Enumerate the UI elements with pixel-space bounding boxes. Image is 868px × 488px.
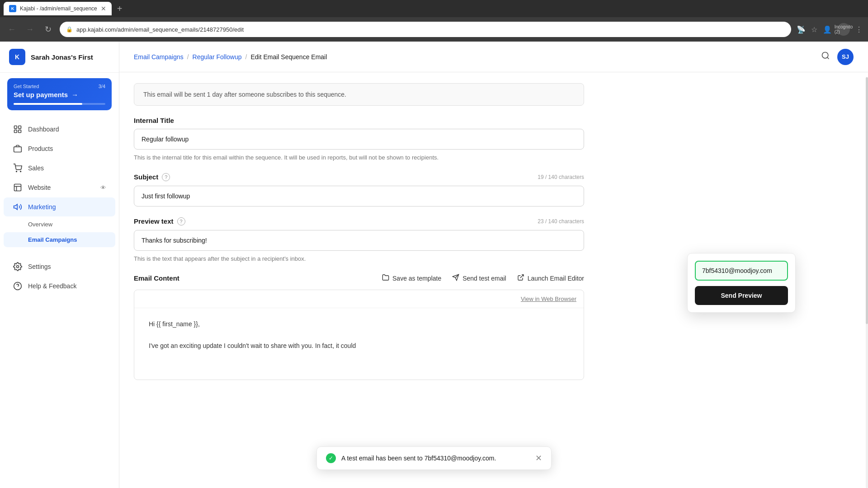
user-avatar[interactable]: SJ	[837, 49, 854, 65]
email-body-line2: I've got an exciting update I couldn't w…	[149, 341, 569, 352]
svg-line-18	[520, 275, 523, 278]
view-in-browser-link[interactable]: View in Web Browser	[521, 296, 576, 302]
toast-close-button[interactable]: ✕	[535, 453, 542, 463]
marketing-icon	[13, 202, 23, 212]
sidebar-item-dashboard[interactable]: Dashboard	[4, 120, 115, 139]
breadcrumb-sep-1: /	[187, 53, 189, 61]
sidebar-item-products[interactable]: Products	[4, 139, 115, 158]
forward-button[interactable]: →	[24, 25, 36, 34]
send-test-email-button[interactable]: Send test email	[452, 274, 506, 282]
svg-rect-4	[14, 147, 22, 152]
sidebar-item-products-label: Products	[28, 145, 53, 152]
browser-actions: 📡 ☆ 👤 Incognito (2) ⋮	[797, 23, 863, 36]
sidebar-item-marketing[interactable]: Marketing	[4, 197, 115, 216]
eye-icon: 👁	[100, 184, 106, 191]
lock-icon: 🔒	[66, 26, 73, 33]
internal-title-section: Internal Title This is the internal titl…	[134, 117, 584, 162]
preview-text-label: Preview text	[134, 217, 174, 225]
products-icon	[13, 144, 23, 154]
sidebar-item-sales[interactable]: Sales	[4, 159, 115, 178]
website-icon	[13, 183, 23, 192]
topbar: Email Campaigns / Regular Followup / Edi…	[119, 42, 868, 72]
menu-icon[interactable]: ⋮	[855, 25, 863, 34]
incognito-avatar[interactable]: Incognito (2)	[837, 23, 850, 36]
svg-rect-3	[19, 130, 21, 133]
subject-help-icon[interactable]: ?	[162, 173, 170, 181]
email-content-section: Email Content Save as template	[134, 274, 584, 380]
back-button[interactable]: ←	[5, 25, 18, 34]
search-icon[interactable]	[821, 51, 830, 62]
toast-success-icon: ✓	[326, 453, 336, 463]
subject-input[interactable]	[134, 186, 584, 206]
svg-marker-10	[14, 204, 18, 210]
new-tab-button[interactable]: +	[113, 4, 126, 13]
sidebar-logo: K	[9, 49, 25, 65]
sidebar-item-settings-label: Settings	[28, 263, 51, 270]
preview-text-help-icon[interactable]: ?	[177, 217, 185, 225]
breadcrumb-email-campaigns[interactable]: Email Campaigns	[134, 53, 184, 61]
dashboard-icon	[13, 124, 23, 134]
test-email-input[interactable]	[695, 261, 788, 281]
email-content-header: Email Content Save as template	[134, 274, 584, 282]
get-started-action: Set up payments →	[14, 91, 105, 99]
svg-point-14	[822, 52, 828, 58]
address-bar[interactable]: 🔒 app.kajabi.com/admin/email_sequence_em…	[60, 22, 791, 37]
internal-title-label: Internal Title	[134, 117, 584, 124]
subject-char-count: 19 / 140 characters	[538, 174, 584, 180]
sidebar-item-help-label: Help & Feedback	[28, 282, 76, 290]
svg-rect-2	[14, 130, 17, 133]
breadcrumb-current: Edit Email Sequence Email	[250, 53, 327, 61]
launch-editor-button[interactable]: Launch Email Editor	[517, 274, 584, 282]
email-actions: Save as template Send test email	[382, 274, 584, 282]
sidebar-item-dashboard-label: Dashboard	[28, 126, 59, 133]
preview-text-hint: This is the text that appears after the …	[134, 254, 584, 263]
breadcrumb: Email Campaigns / Regular Followup / Edi…	[134, 53, 327, 61]
subject-label: Subject	[134, 173, 158, 181]
profile-icon[interactable]: 👤	[823, 25, 832, 34]
content-inner: This email will be sent 1 day after some…	[119, 72, 599, 402]
toast-message: A test email has been sent to 7bf54310@m…	[341, 455, 496, 462]
preview-text-section: Preview text ? 23 / 140 characters This …	[134, 217, 584, 263]
sidebar: K Sarah Jonas's First Get Started 3/4 Se…	[0, 42, 119, 488]
subject-field-row: Subject ? 19 / 140 characters	[134, 173, 584, 181]
breadcrumb-sep-2: /	[245, 53, 247, 61]
get-started-card[interactable]: Get Started 3/4 Set up payments →	[7, 78, 112, 110]
bookmark-icon[interactable]: ☆	[811, 25, 817, 34]
refresh-button[interactable]: ↻	[42, 24, 54, 34]
email-content-label: Email Content	[134, 274, 179, 282]
svg-rect-0	[14, 126, 17, 129]
send-test-popup: Send Preview	[687, 253, 796, 313]
topbar-actions: SJ	[821, 49, 854, 65]
tab-close-button[interactable]: ✕	[101, 5, 106, 12]
email-preview-topbar: View in Web Browser	[134, 290, 584, 308]
template-icon	[382, 274, 389, 282]
active-tab[interactable]: K Kajabi - /admin/email_sequence ✕	[4, 2, 112, 15]
browser-tabs-bar: K Kajabi - /admin/email_sequence ✕ +	[0, 0, 868, 17]
sidebar-sub-item-email-campaigns[interactable]: Email Campaigns	[4, 232, 115, 247]
subject-label-wrap: Subject ?	[134, 173, 170, 181]
sidebar-item-sales-label: Sales	[28, 164, 44, 172]
preview-text-label-wrap: Preview text ?	[134, 217, 185, 225]
sidebar-sub-item-overview[interactable]: Overview	[4, 217, 115, 232]
sidebar-item-marketing-label: Marketing	[28, 203, 56, 211]
cast-icon[interactable]: 📡	[797, 25, 806, 34]
internal-title-input[interactable]	[134, 129, 584, 150]
preview-text-input[interactable]	[134, 230, 584, 251]
settings-icon	[13, 262, 23, 272]
sidebar-item-settings[interactable]: Settings	[4, 257, 115, 276]
toast-notification: ✓ A test email has been sent to 7bf54310…	[316, 446, 552, 470]
external-link-icon	[517, 274, 524, 282]
save-as-template-button[interactable]: Save as template	[382, 274, 441, 282]
sidebar-item-help[interactable]: Help & Feedback	[4, 277, 115, 296]
send-preview-button[interactable]: Send Preview	[695, 286, 788, 305]
sidebar-spacer	[0, 248, 119, 257]
sidebar-nav: Dashboard Products Sales	[0, 116, 119, 488]
url-text: app.kajabi.com/admin/email_sequence_emai…	[76, 26, 244, 33]
subject-section: Subject ? 19 / 140 characters	[134, 173, 584, 206]
breadcrumb-regular-followup[interactable]: Regular Followup	[193, 53, 242, 61]
preview-text-char-count: 23 / 140 characters	[538, 218, 584, 225]
help-icon	[13, 281, 23, 291]
preview-text-field-row: Preview text ? 23 / 140 characters	[134, 217, 584, 225]
sidebar-item-website[interactable]: Website 👁	[4, 178, 115, 197]
schedule-notice: This email will be sent 1 day after some…	[134, 83, 584, 106]
